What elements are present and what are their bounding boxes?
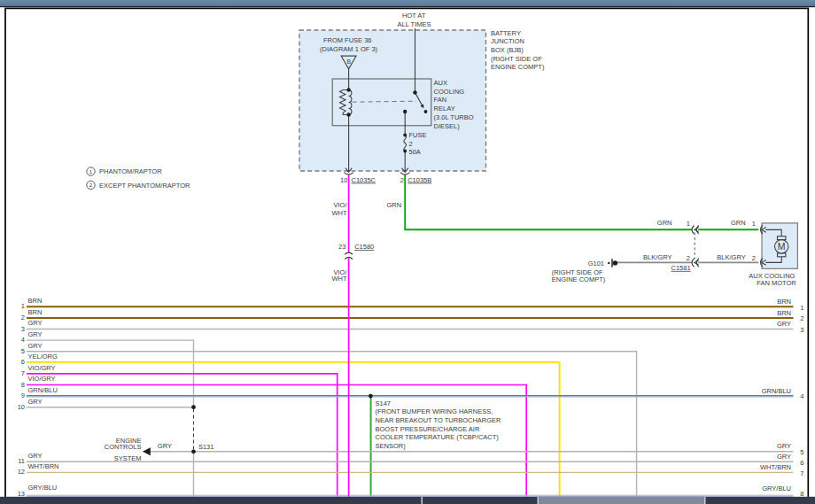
svg-text:PHANTOM/RAPTOR: PHANTOM/RAPTOR bbox=[99, 167, 162, 175]
svg-text:BOOST PRESSURE/CHARGE AIR: BOOST PRESSURE/CHARGE AIR bbox=[376, 425, 480, 433]
svg-text:13: 13 bbox=[18, 490, 25, 498]
svg-text:GRY: GRY bbox=[28, 342, 43, 350]
svg-text:23: 23 bbox=[338, 243, 345, 251]
svg-text:B: B bbox=[346, 58, 351, 65]
svg-text:2: 2 bbox=[400, 176, 404, 184]
svg-text:WHT: WHT bbox=[331, 275, 346, 283]
svg-text:SYSTEM: SYSTEM bbox=[114, 454, 142, 462]
svg-text:NEAR BREAKOUT TO TURBOCHARGER: NEAR BREAKOUT TO TURBOCHARGER bbox=[376, 416, 502, 424]
svg-text:GRN/BLU: GRN/BLU bbox=[762, 387, 791, 395]
svg-text:VIO/: VIO/ bbox=[333, 201, 347, 209]
svg-text:GRY: GRY bbox=[777, 442, 791, 450]
svg-text:5: 5 bbox=[21, 347, 25, 355]
svg-text:BRN: BRN bbox=[777, 309, 791, 317]
svg-text:1: 1 bbox=[21, 302, 25, 310]
svg-text:BATTERY: BATTERY bbox=[491, 29, 521, 37]
svg-text:2: 2 bbox=[687, 254, 690, 262]
svg-text:EXCEPT PHANTOM/RAPTOR: EXCEPT PHANTOM/RAPTOR bbox=[99, 182, 190, 190]
svg-text:7: 7 bbox=[21, 369, 25, 377]
svg-text:2: 2 bbox=[800, 314, 803, 322]
svg-text:(3.0L TURBO: (3.0L TURBO bbox=[434, 113, 474, 121]
svg-text:GRN: GRN bbox=[731, 219, 746, 227]
svg-text:AUX: AUX bbox=[434, 79, 447, 87]
svg-text:BLK/GRY: BLK/GRY bbox=[643, 253, 671, 261]
svg-text:BRN: BRN bbox=[28, 297, 43, 305]
svg-text:SENSOR): SENSOR) bbox=[376, 442, 407, 450]
svg-text:9: 9 bbox=[21, 392, 25, 399]
svg-text:GRN/BLU: GRN/BLU bbox=[28, 386, 58, 394]
svg-text:GRY/BLU: GRY/BLU bbox=[28, 484, 58, 492]
svg-text:WHT/BRN: WHT/BRN bbox=[760, 463, 791, 471]
svg-text:DIESEL): DIESEL) bbox=[434, 122, 461, 130]
svg-text:4: 4 bbox=[21, 336, 25, 344]
svg-text:FAN: FAN bbox=[434, 96, 447, 104]
svg-text:2: 2 bbox=[409, 140, 413, 148]
svg-text:RELAY: RELAY bbox=[434, 105, 455, 112]
svg-text:6: 6 bbox=[800, 459, 803, 467]
svg-text:3: 3 bbox=[800, 326, 803, 334]
svg-text:FUSE: FUSE bbox=[409, 131, 427, 139]
svg-text:GRY: GRY bbox=[777, 453, 791, 461]
svg-text:2: 2 bbox=[89, 182, 93, 188]
svg-text:12: 12 bbox=[18, 468, 25, 476]
svg-text:11: 11 bbox=[18, 457, 25, 465]
svg-text:GRY: GRY bbox=[777, 320, 791, 328]
svg-text:10: 10 bbox=[340, 176, 347, 184]
svg-text:G101: G101 bbox=[588, 260, 604, 268]
svg-text:C1035C: C1035C bbox=[352, 176, 376, 184]
svg-text:(FRONT BUMPER WIRING HARNESS,: (FRONT BUMPER WIRING HARNESS, bbox=[376, 407, 493, 415]
svg-text:ENGINE COMPT): ENGINE COMPT) bbox=[491, 63, 545, 71]
svg-text:GRY/BLU: GRY/BLU bbox=[762, 485, 791, 492]
svg-text:ALL TIMES: ALL TIMES bbox=[398, 20, 431, 28]
svg-text:GRN: GRN bbox=[387, 201, 402, 209]
svg-text:1: 1 bbox=[687, 220, 690, 228]
svg-text:COOLER TEMPERATURE (TCBP/CACT): COOLER TEMPERATURE (TCBP/CACT) bbox=[376, 433, 500, 441]
svg-text:(RIGHT SIDE OF: (RIGHT SIDE OF bbox=[491, 55, 542, 63]
svg-text:S131: S131 bbox=[198, 443, 214, 451]
svg-text:6: 6 bbox=[21, 358, 25, 366]
svg-text:8: 8 bbox=[21, 381, 25, 389]
svg-text:(DIAGRAM 1 OF 3): (DIAGRAM 1 OF 3) bbox=[320, 45, 378, 53]
svg-text:GRN: GRN bbox=[657, 219, 672, 227]
svg-text:C1035B: C1035B bbox=[408, 176, 431, 184]
svg-text:1: 1 bbox=[89, 168, 93, 174]
svg-text:GRY: GRY bbox=[28, 330, 43, 338]
svg-text:CONTROLS: CONTROLS bbox=[105, 443, 142, 451]
svg-text:8: 8 bbox=[800, 490, 803, 498]
svg-text:GRY: GRY bbox=[158, 442, 172, 450]
svg-text:4: 4 bbox=[800, 392, 803, 400]
svg-text:C1581: C1581 bbox=[671, 264, 691, 272]
svg-text:7: 7 bbox=[800, 469, 803, 477]
svg-text:1: 1 bbox=[752, 220, 756, 228]
svg-text:BRN: BRN bbox=[28, 308, 43, 316]
svg-text:VIO/GRY: VIO/GRY bbox=[28, 375, 56, 383]
svg-text:3: 3 bbox=[21, 325, 25, 333]
svg-text:GRY: GRY bbox=[28, 398, 43, 406]
svg-text:C1580: C1580 bbox=[354, 243, 374, 251]
svg-text:COOLING: COOLING bbox=[434, 88, 465, 96]
svg-text:5: 5 bbox=[800, 448, 803, 456]
svg-text:WHT: WHT bbox=[331, 209, 346, 217]
svg-text:1: 1 bbox=[800, 304, 803, 312]
svg-text:GRY: GRY bbox=[28, 452, 43, 460]
svg-text:GRY: GRY bbox=[28, 319, 43, 327]
svg-text:50A: 50A bbox=[409, 148, 421, 156]
svg-text:FROM FUSE 36: FROM FUSE 36 bbox=[323, 36, 372, 44]
svg-text:BOX (BJB): BOX (BJB) bbox=[491, 46, 524, 54]
svg-text:2: 2 bbox=[752, 254, 756, 262]
svg-text:ENGINE COMPT): ENGINE COMPT) bbox=[552, 275, 606, 283]
svg-text:2: 2 bbox=[21, 314, 25, 322]
svg-text:BRN: BRN bbox=[777, 298, 791, 306]
svg-text:VIO/GRY: VIO/GRY bbox=[28, 364, 56, 372]
svg-text:S147: S147 bbox=[376, 399, 392, 407]
svg-text:M: M bbox=[778, 241, 786, 252]
svg-text:10: 10 bbox=[18, 403, 25, 411]
svg-text:BLK/GRY: BLK/GRY bbox=[717, 253, 745, 261]
svg-text:FAN MOTOR: FAN MOTOR bbox=[757, 279, 796, 287]
svg-text:HOT AT: HOT AT bbox=[402, 12, 426, 19]
svg-text:YEL/ORG: YEL/ORG bbox=[28, 353, 58, 361]
svg-text:JUNCTION: JUNCTION bbox=[491, 37, 524, 45]
svg-text:WHT/BRN: WHT/BRN bbox=[28, 462, 59, 470]
